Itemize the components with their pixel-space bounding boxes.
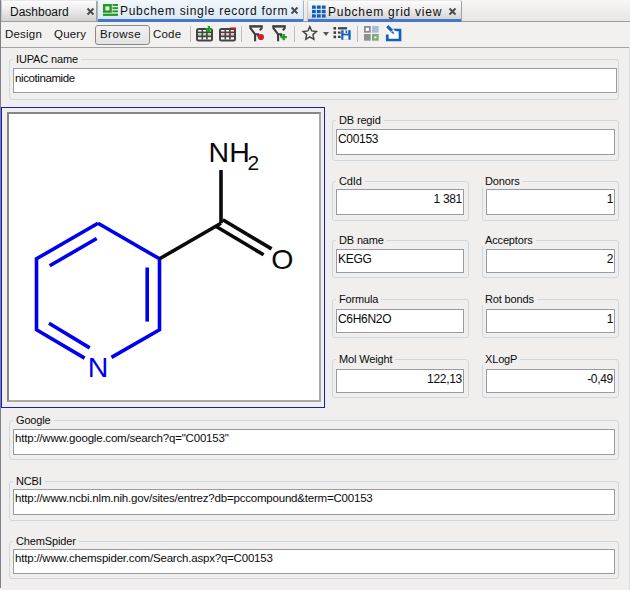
svg-text:O: O <box>271 243 293 275</box>
svg-text:NH: NH <box>209 136 250 168</box>
svg-text:N: N <box>88 351 109 383</box>
svg-text:2: 2 <box>248 151 260 174</box>
